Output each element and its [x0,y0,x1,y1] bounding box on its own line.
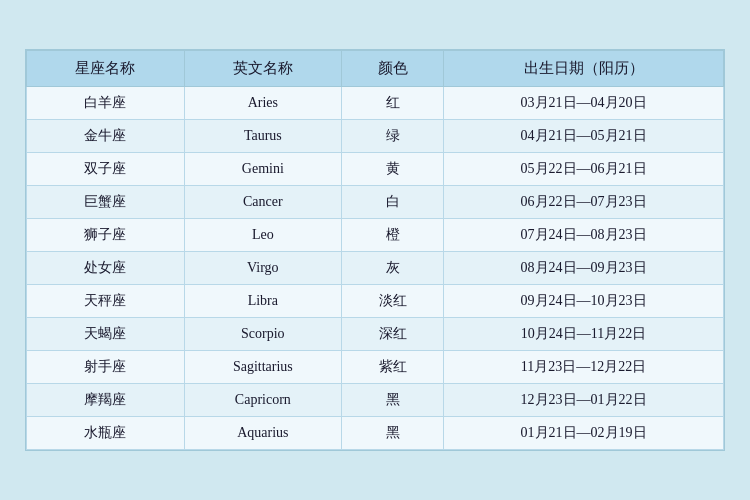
cell-2-1: Gemini [184,153,342,186]
zodiac-table-container: 星座名称英文名称颜色出生日期（阳历） 白羊座Aries红03月21日—04月20… [25,49,725,451]
table-row: 射手座Sagittarius紫红11月23日—12月22日 [27,351,724,384]
cell-4-3: 07月24日—08月23日 [444,219,724,252]
cell-9-1: Capricorn [184,384,342,417]
header-col-3: 出生日期（阳历） [444,51,724,87]
cell-7-0: 天蝎座 [27,318,185,351]
cell-9-0: 摩羯座 [27,384,185,417]
cell-6-0: 天秤座 [27,285,185,318]
cell-0-1: Aries [184,87,342,120]
cell-9-2: 黑 [342,384,444,417]
cell-4-0: 狮子座 [27,219,185,252]
cell-5-1: Virgo [184,252,342,285]
cell-5-0: 处女座 [27,252,185,285]
cell-5-3: 08月24日—09月23日 [444,252,724,285]
header-col-0: 星座名称 [27,51,185,87]
table-row: 巨蟹座Cancer白06月22日—07月23日 [27,186,724,219]
cell-1-0: 金牛座 [27,120,185,153]
table-header-row: 星座名称英文名称颜色出生日期（阳历） [27,51,724,87]
table-row: 天秤座Libra淡红09月24日—10月23日 [27,285,724,318]
cell-3-1: Cancer [184,186,342,219]
cell-3-2: 白 [342,186,444,219]
cell-6-3: 09月24日—10月23日 [444,285,724,318]
cell-0-2: 红 [342,87,444,120]
cell-8-1: Sagittarius [184,351,342,384]
cell-7-1: Scorpio [184,318,342,351]
cell-2-0: 双子座 [27,153,185,186]
cell-2-3: 05月22日—06月21日 [444,153,724,186]
cell-3-3: 06月22日—07月23日 [444,186,724,219]
cell-8-3: 11月23日—12月22日 [444,351,724,384]
cell-2-2: 黄 [342,153,444,186]
table-row: 处女座Virgo灰08月24日—09月23日 [27,252,724,285]
table-row: 双子座Gemini黄05月22日—06月21日 [27,153,724,186]
cell-8-2: 紫红 [342,351,444,384]
cell-5-2: 灰 [342,252,444,285]
cell-1-2: 绿 [342,120,444,153]
cell-1-1: Taurus [184,120,342,153]
table-row: 水瓶座Aquarius黑01月21日—02月19日 [27,417,724,450]
cell-6-1: Libra [184,285,342,318]
cell-7-3: 10月24日—11月22日 [444,318,724,351]
cell-10-0: 水瓶座 [27,417,185,450]
header-col-1: 英文名称 [184,51,342,87]
cell-10-2: 黑 [342,417,444,450]
table-row: 金牛座Taurus绿04月21日—05月21日 [27,120,724,153]
cell-7-2: 深红 [342,318,444,351]
table-row: 摩羯座Capricorn黑12月23日—01月22日 [27,384,724,417]
header-col-2: 颜色 [342,51,444,87]
cell-0-3: 03月21日—04月20日 [444,87,724,120]
table-row: 狮子座Leo橙07月24日—08月23日 [27,219,724,252]
cell-0-0: 白羊座 [27,87,185,120]
table-row: 天蝎座Scorpio深红10月24日—11月22日 [27,318,724,351]
cell-10-1: Aquarius [184,417,342,450]
zodiac-table: 星座名称英文名称颜色出生日期（阳历） 白羊座Aries红03月21日—04月20… [26,50,724,450]
cell-1-3: 04月21日—05月21日 [444,120,724,153]
cell-6-2: 淡红 [342,285,444,318]
cell-8-0: 射手座 [27,351,185,384]
cell-3-0: 巨蟹座 [27,186,185,219]
cell-10-3: 01月21日—02月19日 [444,417,724,450]
cell-9-3: 12月23日—01月22日 [444,384,724,417]
table-row: 白羊座Aries红03月21日—04月20日 [27,87,724,120]
cell-4-2: 橙 [342,219,444,252]
cell-4-1: Leo [184,219,342,252]
